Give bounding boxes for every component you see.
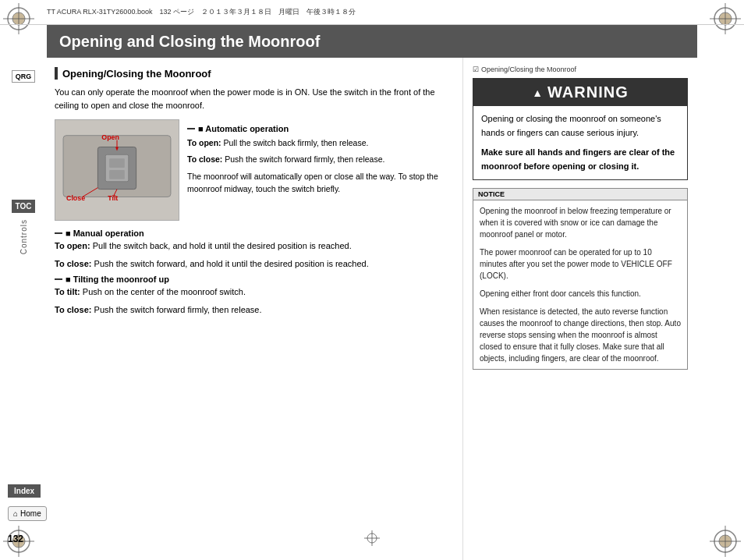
warning-triangle-icon: ▲ xyxy=(532,87,543,99)
warning-title: WARNING xyxy=(547,83,629,101)
home-icon: ⌂ xyxy=(13,509,18,518)
controls-label: Controls xyxy=(19,219,28,254)
image-area: Open Close Tilt ■ Automatic operation xyxy=(55,119,455,221)
breadcrumb-checkbox-icon: ☑ xyxy=(473,66,479,73)
moonroof-image: Open Close Tilt xyxy=(55,119,179,221)
warning-box: ▲ WARNING Opening or closing the moonroo… xyxy=(473,78,688,180)
tilt-op-heading-text: ■ Tilting the moonroof up xyxy=(66,275,169,284)
warning-header: ▲ WARNING xyxy=(473,79,687,106)
left-panel: Opening/Closing the Moonroof You can onl… xyxy=(47,58,463,560)
warning-line-2-text: Make sure all hands and fingers are clea… xyxy=(481,147,675,171)
section-heading-text: Opening/Closing the Moonroof xyxy=(62,68,211,80)
index-badge[interactable]: Index xyxy=(8,484,41,498)
home-badge[interactable]: ⌂ Home xyxy=(8,506,47,521)
section-heading-bar xyxy=(55,67,58,80)
auto-operation-text: ■ Automatic operation To open: Pull the … xyxy=(187,119,455,221)
auto-close-para: To close: Push the switch forward firmly… xyxy=(187,154,455,166)
warning-body: Opening or closing the moonroof on someo… xyxy=(473,106,687,179)
manual-open-para: To open: Pull the switch back, and hold … xyxy=(55,239,455,253)
auto-open-label: To open: xyxy=(187,138,221,147)
title-bar: Opening and Closing the Moonroof xyxy=(47,25,697,58)
header-file-info: TT ACURA RLX-31TY26000.book 132 ページ ２０１３… xyxy=(47,7,356,17)
warning-line-1: Opening or closing the moonroof on someo… xyxy=(481,112,679,140)
right-panel: ☑ Opening/Closing the Moonroof ▲ WARNING… xyxy=(463,58,697,560)
page-number: 132 xyxy=(8,533,23,544)
manual-open-text: Pull the switch back, and hold it until … xyxy=(93,241,352,250)
tilt-close-para: To close: Push the switch forward firmly… xyxy=(55,303,455,317)
intro-text: You can only operate the moonroof when t… xyxy=(55,86,455,112)
svg-text:Open: Open xyxy=(101,133,119,141)
toc-badge[interactable]: TOC xyxy=(12,200,36,213)
corner-bottom-right xyxy=(710,526,741,557)
tilt-para: To tilt: Push on the center of the moonr… xyxy=(55,285,455,299)
manual-operation-section: ■ Manual operation To open: Pull the swi… xyxy=(55,229,455,270)
notice-body: Opening the moonroof in below freezing t… xyxy=(473,200,687,369)
svg-text:Tilt: Tilt xyxy=(108,194,118,202)
manual-close-label: To close: xyxy=(55,259,91,268)
page-header: TT ACURA RLX-31TY26000.book 132 ページ ２０１３… xyxy=(0,0,744,25)
manual-close-text: Push the switch forward, and hold it unt… xyxy=(94,259,369,268)
manual-op-heading-text: ■ Manual operation xyxy=(66,229,144,238)
home-label: Home xyxy=(20,509,41,518)
warning-line-2: Make sure all hands and fingers are clea… xyxy=(481,146,679,173)
breadcrumb: ☑ Opening/Closing the Moonroof xyxy=(473,66,688,73)
svg-rect-23 xyxy=(109,158,125,168)
qrg-badge[interactable]: QRG xyxy=(12,70,36,83)
notice-line-4: When resistance is detected, the auto re… xyxy=(480,306,681,364)
tilting-section: ■ Tilting the moonroof up To tilt: Push … xyxy=(55,275,455,316)
main-content: Opening/Closing the Moonroof You can onl… xyxy=(47,58,697,560)
tilt-op-bar xyxy=(55,278,62,280)
notice-box: NOTICE Opening the moonroof in below fre… xyxy=(473,188,688,370)
notice-line-2: The power moonroof can be operated for u… xyxy=(480,246,681,282)
svg-rect-24 xyxy=(109,170,125,179)
tilt-op-heading: ■ Tilting the moonroof up xyxy=(55,275,455,284)
auto-open-text: Pull the switch back firmly, then releas… xyxy=(223,138,368,147)
tilt-close-text: Push the switch forward firmly, then rel… xyxy=(94,305,262,314)
notice-line-1: Opening the moonroof in below freezing t… xyxy=(480,205,681,240)
auto-close-label: To close: xyxy=(187,154,222,164)
manual-close-para: To close: Push the switch forward, and h… xyxy=(55,257,455,271)
breadcrumb-text: Opening/Closing the Moonroof xyxy=(481,66,576,73)
notice-line-3: Opening either front door cancels this f… xyxy=(480,288,681,299)
tilt-text: Push on the center of the moonroof switc… xyxy=(83,287,246,296)
tilt-close-label: To close: xyxy=(55,305,91,314)
auto-extra-text: The moonroof will automatically open or … xyxy=(187,171,455,196)
manual-op-bar xyxy=(55,232,62,234)
auto-close-text: Push the switch forward firmly, then rel… xyxy=(225,154,384,164)
auto-op-heading-text: ■ Automatic operation xyxy=(198,122,289,136)
auto-op-bar xyxy=(187,128,195,129)
manual-op-heading: ■ Manual operation xyxy=(55,229,455,238)
auto-op-heading: ■ Automatic operation xyxy=(187,122,455,136)
left-sidebar: QRG TOC Controls Index ⌂ Home 132 xyxy=(0,58,47,560)
tilt-label: To tilt: xyxy=(55,287,80,296)
notice-header: NOTICE xyxy=(473,189,687,200)
manual-open-label: To open: xyxy=(55,241,90,250)
auto-open-para: To open: Pull the switch back firmly, th… xyxy=(187,137,455,150)
section-heading: Opening/Closing the Moonroof xyxy=(55,67,455,80)
page-title: Opening and Closing the Moonroof xyxy=(59,33,320,51)
svg-text:Close: Close xyxy=(66,194,85,202)
